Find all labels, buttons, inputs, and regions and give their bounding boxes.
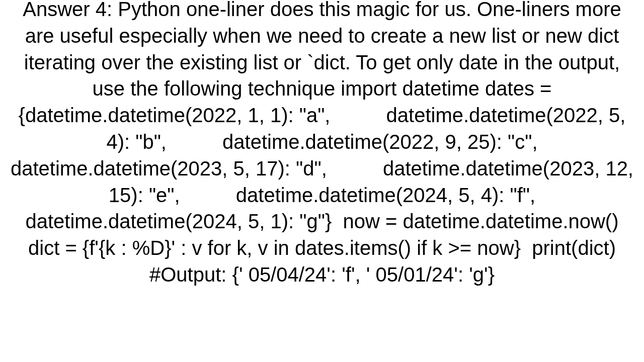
- page-content: Answer 4: Python one-liner does this mag…: [0, 0, 644, 362]
- answer-text: Answer 4: Python one-liner does this mag…: [6, 0, 638, 288]
